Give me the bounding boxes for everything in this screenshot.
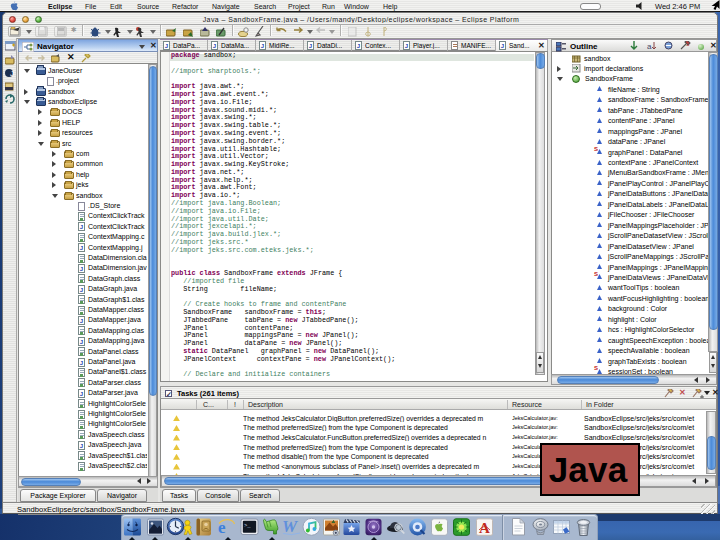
svg-text:a: a: [647, 42, 652, 51]
svg-text:A: A: [479, 519, 490, 535]
svg-text:>_: >_: [244, 521, 251, 528]
svg-text:J: J: [10, 69, 14, 78]
svg-text:W: W: [282, 517, 299, 536]
